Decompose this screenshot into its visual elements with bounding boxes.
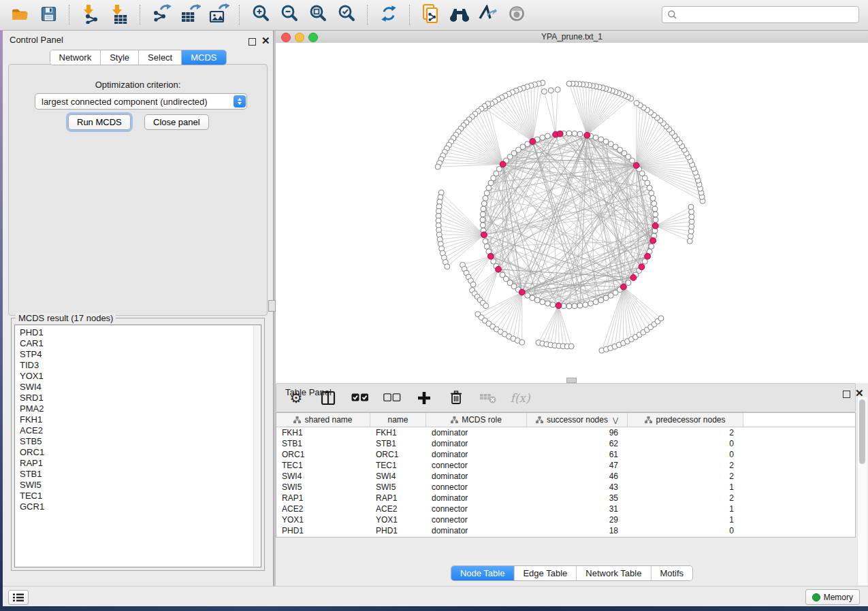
- network-node[interactable]: [486, 185, 492, 191]
- table-cell[interactable]: dominator: [426, 493, 527, 503]
- table-cell[interactable]: PHD1: [276, 526, 370, 535]
- network-node[interactable]: [566, 81, 572, 86]
- network-node[interactable]: [577, 131, 583, 137]
- network-node[interactable]: [566, 303, 572, 309]
- mcds-result-item[interactable]: GCR1: [20, 501, 261, 512]
- mcds-result-item[interactable]: SWI5: [20, 480, 261, 491]
- network-node[interactable]: [626, 280, 631, 286]
- table-cell[interactable]: 2: [628, 493, 743, 503]
- table-cell[interactable]: ORC1: [276, 450, 370, 459]
- mcds-result-item[interactable]: STP4: [20, 349, 261, 360]
- table-cell[interactable]: 2: [628, 428, 743, 437]
- table-cell[interactable]: SWI5: [276, 482, 370, 492]
- table-cell[interactable]: 18: [527, 526, 628, 535]
- zoom-fit-button[interactable]: [304, 2, 332, 28]
- table-cell[interactable]: 2: [628, 472, 743, 481]
- network-node[interactable]: [577, 303, 583, 308]
- table-row[interactable]: PHD1PHD1dominator180: [276, 525, 855, 536]
- close-panel-button[interactable]: ✕: [261, 35, 270, 47]
- export-image-button[interactable]: [204, 2, 233, 28]
- mcds-result-item[interactable]: ACE2: [20, 425, 261, 436]
- network-node[interactable]: [566, 131, 572, 136]
- network-node-mcds[interactable]: [652, 223, 658, 229]
- table-cell[interactable]: ACE2: [370, 504, 426, 514]
- tab-style[interactable]: Style: [101, 50, 139, 65]
- network-node[interactable]: [688, 204, 694, 210]
- clone-network-button[interactable]: [417, 2, 445, 28]
- network-node-mcds[interactable]: [488, 253, 494, 259]
- delete-table-button[interactable]: [479, 389, 497, 407]
- mcds-result-item[interactable]: PMA2: [20, 403, 261, 414]
- table-cell[interactable]: YOX1: [370, 515, 426, 525]
- table-row[interactable]: TEC1TEC1connector472: [276, 460, 855, 471]
- table-cell[interactable]: RAP1: [276, 493, 370, 503]
- network-node[interactable]: [647, 185, 652, 191]
- optimization-criterion-select[interactable]: largest connected component (undirected): [35, 93, 247, 110]
- float-panel-button[interactable]: [248, 36, 256, 48]
- table-cell[interactable]: 1: [628, 504, 743, 514]
- table-cell[interactable]: dominator: [426, 439, 527, 448]
- mcds-result-item[interactable]: STB5: [20, 436, 261, 447]
- tab-select[interactable]: Select: [139, 50, 182, 65]
- import-table-button[interactable]: [105, 2, 133, 28]
- column-header-shared-name[interactable]: shared name: [276, 413, 370, 427]
- mcds-list-scrollbar[interactable]: [253, 326, 260, 566]
- export-network-button[interactable]: [147, 2, 176, 28]
- network-node[interactable]: [540, 299, 545, 305]
- table-cell[interactable]: TEC1: [276, 461, 370, 470]
- network-node[interactable]: [652, 206, 658, 212]
- table-scrollbar-thumb[interactable]: [859, 399, 865, 464]
- table-cell[interactable]: ACE2: [276, 504, 370, 514]
- network-node-mcds[interactable]: [645, 253, 651, 259]
- network-node-mcds[interactable]: [530, 139, 536, 145]
- network-node-mcds[interactable]: [496, 266, 502, 272]
- network-node[interactable]: [653, 217, 658, 222]
- network-node[interactable]: [555, 87, 560, 93]
- network-window-titlebar[interactable]: YPA_prune.txt_1: [276, 31, 868, 44]
- network-node[interactable]: [603, 139, 609, 144]
- vertical-splitter-handle[interactable]: [268, 300, 276, 312]
- network-node[interactable]: [545, 133, 550, 139]
- table-cell[interactable]: 29: [527, 515, 628, 525]
- zoom-in-button[interactable]: [246, 2, 275, 28]
- network-node-mcds[interactable]: [633, 163, 639, 169]
- automation-panel-button[interactable]: [8, 590, 29, 605]
- network-node[interactable]: [583, 302, 588, 308]
- table-cell[interactable]: 1: [628, 482, 743, 492]
- network-canvas[interactable]: [276, 43, 868, 383]
- table-cell[interactable]: SWI5: [370, 482, 426, 492]
- tab-network[interactable]: Network: [50, 50, 101, 65]
- table-scrollbar[interactable]: [857, 397, 867, 585]
- network-search-field[interactable]: [662, 6, 859, 23]
- table-cell[interactable]: 1: [628, 515, 743, 525]
- table-row[interactable]: SWI5SWI5connector431: [276, 482, 855, 493]
- close-panel-button-mcds[interactable]: Close panel: [144, 114, 209, 130]
- network-node[interactable]: [488, 180, 494, 186]
- network-node[interactable]: [634, 101, 639, 106]
- table-cell[interactable]: FKH1: [370, 428, 426, 437]
- table-cell[interactable]: 61: [527, 450, 628, 459]
- column-header-MCDS-role[interactable]: MCDS role: [426, 413, 527, 427]
- zoom-selected-button[interactable]: [332, 2, 361, 28]
- memory-button[interactable]: Memory: [805, 589, 860, 605]
- network-node[interactable]: [541, 89, 547, 95]
- network-node[interactable]: [534, 297, 540, 303]
- search-input[interactable]: [680, 8, 858, 22]
- network-node[interactable]: [484, 244, 489, 249]
- network-node[interactable]: [470, 282, 476, 287]
- table-row[interactable]: RAP1RAP1dominator352: [276, 493, 855, 503]
- table-cell[interactable]: connector: [426, 482, 527, 492]
- mcds-result-item[interactable]: SWI4: [20, 382, 261, 393]
- network-node[interactable]: [530, 295, 535, 301]
- network-node[interactable]: [481, 201, 487, 206]
- float-table-panel-button[interactable]: [843, 389, 850, 401]
- network-node[interactable]: [548, 88, 553, 93]
- network-node-mcds[interactable]: [557, 131, 563, 137]
- tab-motifs[interactable]: Motifs: [651, 566, 692, 580]
- table-cell[interactable]: 0: [628, 450, 743, 459]
- table-cell[interactable]: 35: [527, 493, 628, 503]
- network-node[interactable]: [593, 299, 598, 305]
- search-network-button[interactable]: [445, 2, 474, 28]
- refresh-button[interactable]: [374, 2, 403, 28]
- network-node[interactable]: [445, 264, 450, 269]
